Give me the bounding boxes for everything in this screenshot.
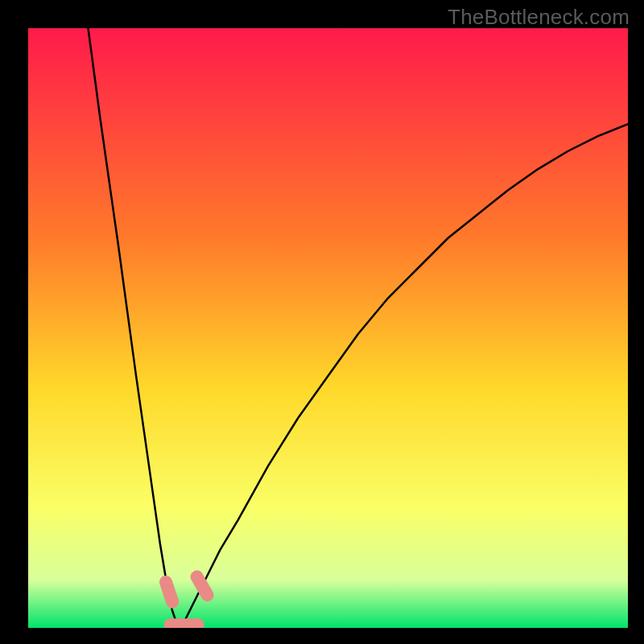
chart-area <box>28 28 628 628</box>
gradient-background <box>28 28 628 628</box>
outer-frame: TheBottleneck.com <box>0 0 644 644</box>
watermark-label: TheBottleneck.com <box>448 5 630 30</box>
marker-right-cluster <box>197 577 208 596</box>
chart-svg <box>28 28 628 628</box>
marker-left-cluster <box>166 582 172 602</box>
